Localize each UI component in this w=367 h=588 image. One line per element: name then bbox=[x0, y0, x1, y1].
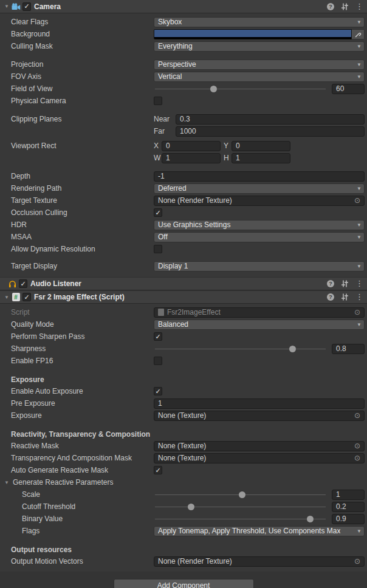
allow-dynamic-resolution-label: Allow Dynamic Resolution bbox=[0, 245, 154, 253]
binary-value-slider[interactable] bbox=[154, 514, 327, 524]
allow-dynamic-resolution-checkbox[interactable] bbox=[154, 245, 162, 253]
slider-handle[interactable] bbox=[188, 504, 194, 510]
enable-auto-exposure-checkbox[interactable]: ✓ bbox=[154, 387, 162, 395]
check-icon: ✓ bbox=[24, 294, 29, 301]
object-picker-icon[interactable]: ⊙ bbox=[354, 454, 360, 462]
projection-value: Perspective bbox=[158, 60, 196, 69]
exposure-label: Exposure bbox=[0, 411, 154, 420]
depth-input[interactable]: -1 bbox=[154, 171, 365, 182]
msaa-dropdown[interactable]: Off ▼ bbox=[154, 232, 365, 242]
slider-handle[interactable] bbox=[307, 516, 314, 522]
projection-row: Projection Perspective ▼ bbox=[0, 58, 367, 70]
y-label: Y bbox=[224, 142, 232, 150]
foldout-arrow-icon[interactable]: ▼ bbox=[4, 480, 10, 485]
hdr-label: HDR bbox=[0, 220, 154, 229]
eyedropper-icon[interactable] bbox=[352, 29, 365, 39]
object-picker-icon[interactable]: ⊙ bbox=[354, 442, 360, 450]
foldout-arrow-icon[interactable]: ▼ bbox=[2, 4, 11, 9]
target-texture-field[interactable]: None (Render Texture) ⊙ bbox=[154, 196, 365, 206]
chevron-down-icon: ▼ bbox=[357, 44, 362, 49]
camera-enabled-checkbox[interactable]: ✓ bbox=[22, 2, 31, 11]
occlusion-culling-row: Occlusion Culling ✓ bbox=[0, 207, 367, 219]
presets-icon[interactable] bbox=[341, 280, 349, 287]
object-picker-icon[interactable]: ⊙ bbox=[354, 412, 360, 419]
kebab-menu-icon[interactable]: ⋮ bbox=[355, 3, 363, 10]
output-section-header: Output resources bbox=[0, 544, 367, 555]
add-component-button[interactable]: Add Component bbox=[114, 579, 254, 588]
sharpness-slider[interactable] bbox=[154, 344, 327, 354]
enable-fp16-label: Enable FP16 bbox=[0, 357, 154, 365]
pre-exposure-input[interactable]: 1 bbox=[154, 398, 365, 409]
quality-mode-dropdown[interactable]: Balanced ▼ bbox=[154, 320, 365, 330]
far-input[interactable]: 1000 bbox=[176, 126, 365, 137]
audio-listener-component-header[interactable]: ✓ Audio Listener ? ⋮ bbox=[0, 277, 367, 290]
camera-icon bbox=[11, 2, 21, 11]
msaa-row: MSAA Off ▼ bbox=[0, 231, 367, 243]
viewport-w-input[interactable]: 1 bbox=[162, 153, 221, 163]
output-motion-vectors-field[interactable]: None (Render Texture) ⊙ bbox=[154, 556, 365, 567]
exposure-field[interactable]: None (Texture) ⊙ bbox=[154, 411, 365, 421]
help-icon[interactable]: ? bbox=[327, 280, 334, 287]
enable-fp16-checkbox[interactable] bbox=[154, 357, 162, 365]
help-icon[interactable]: ? bbox=[327, 293, 334, 301]
binary-value-input[interactable]: 0.9 bbox=[332, 514, 365, 524]
rendering-path-dropdown[interactable]: Deferred ▼ bbox=[154, 183, 365, 194]
fsr2-title: Fsr 2 Image Effect (Script) bbox=[34, 293, 125, 301]
kebab-menu-icon[interactable]: ⋮ bbox=[355, 280, 363, 287]
projection-label: Projection bbox=[0, 60, 154, 69]
help-icon[interactable]: ? bbox=[327, 3, 334, 10]
kebab-menu-icon[interactable]: ⋮ bbox=[355, 293, 363, 301]
object-picker-icon[interactable]: ⊙ bbox=[354, 309, 360, 316]
flags-dropdown[interactable]: Apply Tonemap, Apply Threshold, Use Comp… bbox=[154, 526, 365, 536]
scale-input[interactable]: 1 bbox=[332, 490, 365, 500]
chevron-down-icon: ▼ bbox=[357, 186, 362, 191]
msaa-label: MSAA bbox=[0, 233, 154, 241]
presets-icon[interactable] bbox=[341, 3, 349, 10]
near-input[interactable]: 0.3 bbox=[176, 114, 365, 125]
generate-reactive-parameters-row[interactable]: ▼ Generate Reactive Parameters bbox=[0, 476, 367, 488]
field-of-view-input[interactable]: 60 bbox=[332, 84, 365, 94]
target-texture-label: Target Texture bbox=[0, 196, 154, 205]
fsr2-component-header[interactable]: ▼ # ✓ Fsr 2 Image Effect (Script) ? ⋮ bbox=[0, 290, 367, 304]
target-display-label: Target Display bbox=[0, 262, 154, 270]
foldout-arrow-icon[interactable]: ▼ bbox=[2, 295, 11, 300]
field-of-view-slider[interactable] bbox=[154, 84, 327, 94]
scale-label: Scale bbox=[0, 490, 154, 499]
transparency-mask-field[interactable]: None (Texture) ⊙ bbox=[154, 453, 365, 463]
viewport-x-input[interactable]: 0 bbox=[162, 141, 221, 151]
slider-handle[interactable] bbox=[239, 491, 245, 498]
scale-slider[interactable] bbox=[154, 490, 327, 500]
viewport-y-input[interactable]: 0 bbox=[232, 141, 290, 151]
perform-sharpen-pass-checkbox[interactable]: ✓ bbox=[154, 332, 162, 341]
object-picker-icon[interactable]: ⊙ bbox=[354, 197, 360, 204]
physical-camera-checkbox[interactable] bbox=[154, 97, 162, 105]
target-display-row: Target Display Display 1 ▼ bbox=[0, 260, 367, 272]
auto-generate-reactive-mask-checkbox[interactable]: ✓ bbox=[154, 466, 162, 474]
background-color-swatch[interactable] bbox=[154, 29, 352, 39]
camera-title: Camera bbox=[34, 2, 61, 11]
camera-component-header[interactable]: ▼ ✓ Camera ? ⋮ bbox=[0, 0, 367, 13]
sharpness-input[interactable]: 0.8 bbox=[332, 344, 365, 354]
fov-axis-dropdown[interactable]: Vertical ▼ bbox=[154, 72, 365, 82]
reactive-mask-field[interactable]: None (Texture) ⊙ bbox=[154, 441, 365, 451]
target-display-dropdown[interactable]: Display 1 ▼ bbox=[154, 261, 365, 272]
slider-handle[interactable] bbox=[289, 346, 296, 352]
fsr2-body: Script Fsr2ImageEffect ⊙ Quality Mode Ba… bbox=[0, 304, 367, 567]
hdr-dropdown[interactable]: Use Graphics Settings ▼ bbox=[154, 220, 365, 230]
object-picker-icon[interactable]: ⊙ bbox=[354, 558, 360, 565]
clear-flags-dropdown[interactable]: Skybox ▼ bbox=[154, 17, 365, 27]
script-field[interactable]: Fsr2ImageEffect ⊙ bbox=[154, 307, 365, 318]
pre-exposure-row: Pre Exposure 1 bbox=[0, 397, 367, 409]
cutoff-threshold-slider[interactable] bbox=[154, 502, 327, 512]
cutoff-threshold-input[interactable]: 0.2 bbox=[332, 502, 365, 512]
audio-listener-enabled-checkbox[interactable]: ✓ bbox=[19, 279, 27, 288]
slider-handle[interactable] bbox=[210, 86, 217, 92]
viewport-h-input[interactable]: 1 bbox=[232, 153, 290, 163]
check-icon: ✓ bbox=[24, 3, 29, 10]
culling-mask-dropdown[interactable]: Everything ▼ bbox=[154, 41, 365, 52]
rendering-path-row: Rendering Path Deferred ▼ bbox=[0, 182, 367, 194]
occlusion-culling-checkbox[interactable]: ✓ bbox=[154, 208, 162, 217]
projection-dropdown[interactable]: Perspective ▼ bbox=[154, 60, 365, 70]
fsr2-enabled-checkbox[interactable]: ✓ bbox=[22, 293, 31, 301]
presets-icon[interactable] bbox=[341, 293, 349, 301]
